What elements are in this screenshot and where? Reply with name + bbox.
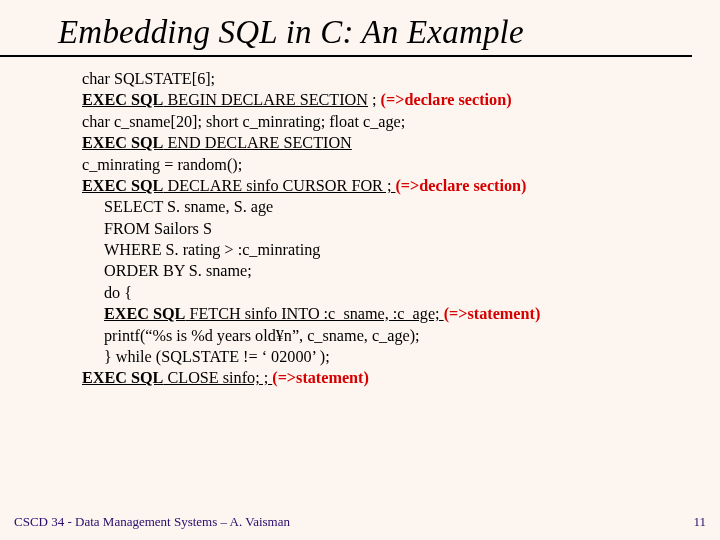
keyword-exec-sql: EXEC SQL [82, 369, 163, 387]
code-text: CLOSE sinfo; ; [163, 369, 272, 387]
slide-title: Embedding SQL in C: An Example [0, 0, 692, 57]
annotation: (=>declare section) [381, 91, 512, 109]
code-line: EXEC SQL DECLARE sinfo CURSOR FOR ; (=>d… [82, 176, 700, 197]
keyword-exec-sql: EXEC SQL [82, 134, 163, 152]
code-line: EXEC SQL END DECLARE SECTION [82, 133, 700, 154]
code-text: FETCH sinfo INTO :c_sname, :c_age; [185, 305, 443, 323]
keyword-exec-sql: EXEC SQL [82, 177, 163, 195]
code-text: END DECLARE SECTION [163, 134, 351, 152]
code-line: ORDER BY S. sname; [82, 261, 700, 282]
code-line: FROM Sailors S [82, 219, 700, 240]
annotation: (=>declare section) [395, 177, 526, 195]
code-line: WHERE S. rating > :c_minrating [82, 240, 700, 261]
code-line: c_minrating = random(); [82, 155, 700, 176]
slide-footer: CSCD 34 - Data Management Systems – A. V… [14, 514, 706, 530]
page-number: 11 [693, 514, 706, 530]
code-line: char SQLSTATE[6]; [82, 69, 700, 90]
keyword-exec-sql: EXEC SQL [104, 305, 185, 323]
code-line: do { [82, 283, 700, 304]
code-text: ; [368, 91, 381, 109]
code-text: DECLARE sinfo CURSOR FOR ; [163, 177, 395, 195]
footer-left: CSCD 34 - Data Management Systems – A. V… [14, 514, 290, 530]
code-line: char c_sname[20]; short c_minrating; flo… [82, 112, 700, 133]
code-text: BEGIN DECLARE SECTION [163, 91, 368, 109]
annotation: (=>statement) [444, 305, 541, 323]
code-line: EXEC SQL CLOSE sinfo; ; (=>statement) [82, 368, 700, 389]
code-line: } while (SQLSTATE != ‘ 02000’ ); [82, 347, 700, 368]
code-line: SELECT S. sname, S. age [82, 197, 700, 218]
code-line: printf(“%s is %d years old¥n”, c_sname, … [82, 326, 700, 347]
code-line: EXEC SQL FETCH sinfo INTO :c_sname, :c_a… [82, 304, 700, 325]
code-line: EXEC SQL BEGIN DECLARE SECTION ; (=>decl… [82, 90, 700, 111]
keyword-exec-sql: EXEC SQL [82, 91, 163, 109]
code-block: char SQLSTATE[6]; EXEC SQL BEGIN DECLARE… [0, 57, 720, 390]
annotation: (=>statement) [272, 369, 369, 387]
